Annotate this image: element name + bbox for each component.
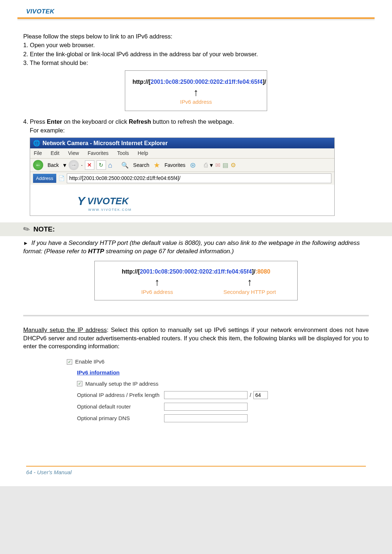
url2-label-port: Secondary HTTP port <box>211 289 289 295</box>
note-body: ► If you have a Secondary HTTP port (the… <box>0 236 392 256</box>
toolbar-extra-2-icon[interactable]: ✉ <box>215 161 220 169</box>
ipv6-addr-label: IPv6 address <box>132 98 260 106</box>
toolbar-extra-3-icon[interactable]: ▤ <box>222 161 228 169</box>
url2-arrows: ↑ ↑ <box>103 276 289 287</box>
page-footer: 64 - User's Manual <box>0 426 392 486</box>
url2-port: 8080 <box>257 268 270 275</box>
ipv6-settings-panel: ✓ Enable IPv6 IPv6 information ✓ Manuall… <box>67 358 369 422</box>
optional-ip-row: Optional IP address / Prefix length / <box>77 391 369 399</box>
browser-viewport: Y VIVOTEK WWW.VIVOTEK.COM <box>30 185 334 216</box>
optional-ip-label: Optional IP address / Prefix length <box>77 391 164 399</box>
url-prefix: http:// <box>132 79 148 85</box>
optional-dns-row: Optional primary DNS <box>77 414 369 422</box>
optional-router-input[interactable] <box>164 403 248 411</box>
note-heading-bar: ✎ NOTE: <box>0 222 392 236</box>
toolbar-extra-1-icon[interactable]: ⎙ <box>204 161 208 169</box>
home-button-icon[interactable]: ⌂ <box>108 160 113 170</box>
url-format-box-1: http://[2001:0c08:2500:0002:0202:d1ff:fe… <box>125 70 267 111</box>
browser-screenshot: 🌐 Network Camera - Microsoft Internet Ex… <box>30 138 335 216</box>
menu-help[interactable]: Help <box>138 150 148 156</box>
section-divider <box>23 315 369 316</box>
step-2: 2. Enter the link-global or link-local I… <box>23 50 369 58</box>
main-content: Please follow the steps below to link to… <box>0 20 392 216</box>
step-1: 1. Open your web browser. <box>23 41 369 49</box>
step-4: 4. Press Enter on the keyboard or click … <box>23 118 369 126</box>
forward-button-icon[interactable]: → <box>69 160 79 170</box>
favorites-icon[interactable]: ★ <box>154 160 160 170</box>
url-format-box-2: http://[2001:0c08:2500:0002:0202:d1ff:fe… <box>94 261 298 300</box>
enter-bold: Enter <box>47 118 62 125</box>
optional-dns-label: Optional primary DNS <box>77 415 164 422</box>
manual-section: Manually setup the IP address: Select th… <box>0 326 392 422</box>
page-header: VIVOTEK <box>0 0 392 17</box>
url2-label-ipv6: IPv6 address <box>103 289 211 295</box>
url-ipv6-addr: 2001:0c08:2500:0002:0202:d1ff:fe04:65f4 <box>151 79 263 85</box>
back-button-label[interactable]: Back <box>45 161 61 169</box>
search-icon[interactable]: 🔍 <box>121 161 129 169</box>
dropdown-icon[interactable]: ▾ <box>63 161 66 169</box>
logo-mark-icon: Y <box>77 193 85 209</box>
triangle-bullet-icon: ► <box>23 240 28 246</box>
address-bar[interactable]: http://[2001:0c08:2500:0002:0202:d1ff:fe… <box>67 173 331 183</box>
logo-subtext: WWW.VIVOTEK.COM <box>88 208 334 212</box>
dropdown-2-icon[interactable]: ▾ <box>210 161 213 169</box>
note-http-bold: HTTP <box>88 248 104 255</box>
refresh-button-icon[interactable]: ↻ <box>97 160 106 170</box>
footer-text: 64 - User's Manual <box>26 469 366 475</box>
note-text-post: streaming on page 67 for detailed inform… <box>104 248 234 255</box>
prefix-separator: / <box>250 391 251 399</box>
browser-title: Network Camera - Microsoft Internet Expl… <box>42 139 168 147</box>
prefix-length-input[interactable] <box>253 391 268 399</box>
menu-edit[interactable]: Edit <box>50 150 59 156</box>
step-4-example: For example: <box>30 126 369 134</box>
intro-line: Please follow the steps below to link to… <box>23 32 369 40</box>
footer-rule <box>26 466 366 467</box>
optional-router-row: Optional default router <box>77 403 369 411</box>
menu-view[interactable]: View <box>68 150 79 156</box>
optional-router-label: Optional default router <box>77 403 164 410</box>
address-label: Address <box>33 174 56 183</box>
media-button-icon[interactable]: ⊛ <box>190 160 196 170</box>
note-heading: NOTE: <box>33 225 55 233</box>
stop-button-icon[interactable]: ✕ <box>85 160 94 170</box>
url2-prefix: http:// <box>122 268 138 275</box>
header-rule-orange <box>17 17 375 19</box>
refresh-bold: Refresh <box>129 118 151 125</box>
manual-ip-row: ✓ Manually setup the IP address <box>77 380 369 387</box>
browser-toolbar: ← Back ▾ → · ✕ ↻ ⌂ 🔍 Search ★ Favorites … <box>30 159 334 172</box>
url-format-text: http://[2001:0c08:2500:0002:0202:d1ff:fe… <box>132 78 260 86</box>
enable-ipv6-checkbox[interactable]: ✓ <box>67 359 72 365</box>
browser-titlebar: 🌐 Network Camera - Microsoft Internet Ex… <box>30 138 334 149</box>
manual-ip-label: Manually setup the IP address <box>85 380 159 387</box>
manual-ip-checkbox[interactable]: ✓ <box>77 381 82 386</box>
favorites-label[interactable]: Favorites <box>162 161 188 169</box>
optional-ip-input[interactable] <box>164 391 248 399</box>
sep: · <box>81 161 83 169</box>
browser-menubar: File Edit View Favorites Tools Help <box>30 148 334 159</box>
page-icon: 📄 <box>58 175 65 182</box>
ipv6-info-row: IPv6 information <box>77 369 369 376</box>
manual-heading: Manually setup the IP address <box>23 327 107 333</box>
menu-favorites[interactable]: Favorites <box>87 150 109 156</box>
ie-logo-icon: 🌐 <box>33 139 40 147</box>
browser-address-row: Address 📄 http://[2001:0c08:2500:0002:02… <box>30 172 334 185</box>
arrow-up-icon: ↑ <box>193 87 199 98</box>
enable-ipv6-row: ✓ Enable IPv6 <box>67 358 369 365</box>
toolbar-extra-4-icon[interactable]: ⚙ <box>230 161 236 169</box>
step-3: 3. The format should be: <box>23 59 369 67</box>
menu-file[interactable]: File <box>34 150 42 156</box>
back-button-icon[interactable]: ← <box>33 160 43 170</box>
ipv6-information-link[interactable]: IPv6 information <box>77 369 120 376</box>
note-pencil-icon: ✎ <box>21 224 32 235</box>
url2-labels: IPv6 address Secondary HTTP port <box>103 288 289 295</box>
menu-tools[interactable]: Tools <box>117 150 129 156</box>
url2-text: http://[2001:0c08:2500:0002:0202:d1ff:fe… <box>103 268 289 275</box>
enable-ipv6-label: Enable IPv6 <box>75 358 105 365</box>
url-suffix: / <box>265 79 266 85</box>
search-label[interactable]: Search <box>131 161 151 169</box>
brand-text: VIVOTEK <box>26 8 366 15</box>
optional-dns-input[interactable] <box>164 414 248 422</box>
arrow-up-icon-2: ↑ <box>155 277 160 287</box>
vivotek-logo: Y VIVOTEK <box>77 193 334 209</box>
arrow-up-icon-3: ↑ <box>247 277 252 287</box>
